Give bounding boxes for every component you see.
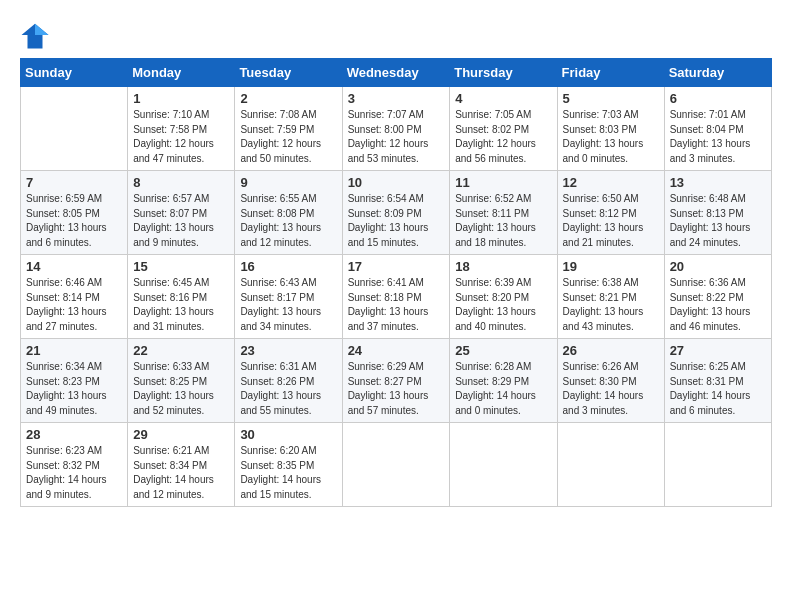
day-info: Sunrise: 6:25 AM Sunset: 8:31 PM Dayligh…: [670, 360, 766, 418]
col-header-tuesday: Tuesday: [235, 59, 342, 87]
day-cell: 27Sunrise: 6:25 AM Sunset: 8:31 PM Dayli…: [664, 339, 771, 423]
day-number: 10: [348, 175, 445, 190]
day-cell: 4Sunrise: 7:05 AM Sunset: 8:02 PM Daylig…: [450, 87, 557, 171]
day-info: Sunrise: 6:26 AM Sunset: 8:30 PM Dayligh…: [563, 360, 659, 418]
day-info: Sunrise: 6:36 AM Sunset: 8:22 PM Dayligh…: [670, 276, 766, 334]
day-info: Sunrise: 7:08 AM Sunset: 7:59 PM Dayligh…: [240, 108, 336, 166]
day-info: Sunrise: 7:10 AM Sunset: 7:58 PM Dayligh…: [133, 108, 229, 166]
day-info: Sunrise: 7:07 AM Sunset: 8:00 PM Dayligh…: [348, 108, 445, 166]
col-header-friday: Friday: [557, 59, 664, 87]
day-info: Sunrise: 6:21 AM Sunset: 8:34 PM Dayligh…: [133, 444, 229, 502]
day-info: Sunrise: 6:29 AM Sunset: 8:27 PM Dayligh…: [348, 360, 445, 418]
day-cell: 5Sunrise: 7:03 AM Sunset: 8:03 PM Daylig…: [557, 87, 664, 171]
day-number: 12: [563, 175, 659, 190]
day-info: Sunrise: 6:20 AM Sunset: 8:35 PM Dayligh…: [240, 444, 336, 502]
day-number: 16: [240, 259, 336, 274]
day-number: 23: [240, 343, 336, 358]
day-cell: 20Sunrise: 6:36 AM Sunset: 8:22 PM Dayli…: [664, 255, 771, 339]
day-cell: 10Sunrise: 6:54 AM Sunset: 8:09 PM Dayli…: [342, 171, 450, 255]
day-cell: [557, 423, 664, 507]
day-number: 3: [348, 91, 445, 106]
day-cell: 14Sunrise: 6:46 AM Sunset: 8:14 PM Dayli…: [21, 255, 128, 339]
week-row-5: 28Sunrise: 6:23 AM Sunset: 8:32 PM Dayli…: [21, 423, 772, 507]
day-info: Sunrise: 6:33 AM Sunset: 8:25 PM Dayligh…: [133, 360, 229, 418]
col-header-wednesday: Wednesday: [342, 59, 450, 87]
day-cell: 6Sunrise: 7:01 AM Sunset: 8:04 PM Daylig…: [664, 87, 771, 171]
day-cell: 28Sunrise: 6:23 AM Sunset: 8:32 PM Dayli…: [21, 423, 128, 507]
day-info: Sunrise: 6:43 AM Sunset: 8:17 PM Dayligh…: [240, 276, 336, 334]
header-row: SundayMondayTuesdayWednesdayThursdayFrid…: [21, 59, 772, 87]
week-row-3: 14Sunrise: 6:46 AM Sunset: 8:14 PM Dayli…: [21, 255, 772, 339]
day-number: 29: [133, 427, 229, 442]
day-number: 7: [26, 175, 122, 190]
day-info: Sunrise: 6:28 AM Sunset: 8:29 PM Dayligh…: [455, 360, 551, 418]
day-number: 4: [455, 91, 551, 106]
day-cell: [21, 87, 128, 171]
col-header-thursday: Thursday: [450, 59, 557, 87]
day-cell: [342, 423, 450, 507]
day-info: Sunrise: 6:52 AM Sunset: 8:11 PM Dayligh…: [455, 192, 551, 250]
day-cell: 17Sunrise: 6:41 AM Sunset: 8:18 PM Dayli…: [342, 255, 450, 339]
day-cell: 15Sunrise: 6:45 AM Sunset: 8:16 PM Dayli…: [128, 255, 235, 339]
day-info: Sunrise: 6:54 AM Sunset: 8:09 PM Dayligh…: [348, 192, 445, 250]
logo-icon: [20, 20, 50, 50]
day-number: 19: [563, 259, 659, 274]
day-info: Sunrise: 6:38 AM Sunset: 8:21 PM Dayligh…: [563, 276, 659, 334]
day-cell: 9Sunrise: 6:55 AM Sunset: 8:08 PM Daylig…: [235, 171, 342, 255]
day-number: 8: [133, 175, 229, 190]
day-number: 28: [26, 427, 122, 442]
day-info: Sunrise: 7:03 AM Sunset: 8:03 PM Dayligh…: [563, 108, 659, 166]
day-cell: 11Sunrise: 6:52 AM Sunset: 8:11 PM Dayli…: [450, 171, 557, 255]
day-info: Sunrise: 6:39 AM Sunset: 8:20 PM Dayligh…: [455, 276, 551, 334]
day-number: 25: [455, 343, 551, 358]
day-cell: 26Sunrise: 6:26 AM Sunset: 8:30 PM Dayli…: [557, 339, 664, 423]
day-cell: 16Sunrise: 6:43 AM Sunset: 8:17 PM Dayli…: [235, 255, 342, 339]
day-number: 24: [348, 343, 445, 358]
day-number: 11: [455, 175, 551, 190]
day-info: Sunrise: 6:41 AM Sunset: 8:18 PM Dayligh…: [348, 276, 445, 334]
day-info: Sunrise: 7:01 AM Sunset: 8:04 PM Dayligh…: [670, 108, 766, 166]
header: [20, 20, 772, 50]
day-cell: 30Sunrise: 6:20 AM Sunset: 8:35 PM Dayli…: [235, 423, 342, 507]
day-info: Sunrise: 6:50 AM Sunset: 8:12 PM Dayligh…: [563, 192, 659, 250]
day-info: Sunrise: 6:57 AM Sunset: 8:07 PM Dayligh…: [133, 192, 229, 250]
day-cell: [664, 423, 771, 507]
day-info: Sunrise: 7:05 AM Sunset: 8:02 PM Dayligh…: [455, 108, 551, 166]
day-cell: 7Sunrise: 6:59 AM Sunset: 8:05 PM Daylig…: [21, 171, 128, 255]
day-number: 21: [26, 343, 122, 358]
day-number: 18: [455, 259, 551, 274]
week-row-4: 21Sunrise: 6:34 AM Sunset: 8:23 PM Dayli…: [21, 339, 772, 423]
day-cell: 3Sunrise: 7:07 AM Sunset: 8:00 PM Daylig…: [342, 87, 450, 171]
day-number: 1: [133, 91, 229, 106]
week-row-1: 1Sunrise: 7:10 AM Sunset: 7:58 PM Daylig…: [21, 87, 772, 171]
day-number: 14: [26, 259, 122, 274]
day-info: Sunrise: 6:31 AM Sunset: 8:26 PM Dayligh…: [240, 360, 336, 418]
day-cell: 18Sunrise: 6:39 AM Sunset: 8:20 PM Dayli…: [450, 255, 557, 339]
day-number: 30: [240, 427, 336, 442]
day-cell: 13Sunrise: 6:48 AM Sunset: 8:13 PM Dayli…: [664, 171, 771, 255]
day-cell: 2Sunrise: 7:08 AM Sunset: 7:59 PM Daylig…: [235, 87, 342, 171]
day-cell: 8Sunrise: 6:57 AM Sunset: 8:07 PM Daylig…: [128, 171, 235, 255]
day-number: 9: [240, 175, 336, 190]
calendar: SundayMondayTuesdayWednesdayThursdayFrid…: [20, 58, 772, 507]
day-number: 13: [670, 175, 766, 190]
day-cell: 24Sunrise: 6:29 AM Sunset: 8:27 PM Dayli…: [342, 339, 450, 423]
logo: [20, 20, 54, 50]
day-info: Sunrise: 6:34 AM Sunset: 8:23 PM Dayligh…: [26, 360, 122, 418]
day-cell: 22Sunrise: 6:33 AM Sunset: 8:25 PM Dayli…: [128, 339, 235, 423]
day-info: Sunrise: 6:46 AM Sunset: 8:14 PM Dayligh…: [26, 276, 122, 334]
day-cell: [450, 423, 557, 507]
day-cell: 12Sunrise: 6:50 AM Sunset: 8:12 PM Dayli…: [557, 171, 664, 255]
day-info: Sunrise: 6:45 AM Sunset: 8:16 PM Dayligh…: [133, 276, 229, 334]
day-cell: 21Sunrise: 6:34 AM Sunset: 8:23 PM Dayli…: [21, 339, 128, 423]
day-info: Sunrise: 6:55 AM Sunset: 8:08 PM Dayligh…: [240, 192, 336, 250]
day-cell: 29Sunrise: 6:21 AM Sunset: 8:34 PM Dayli…: [128, 423, 235, 507]
day-number: 26: [563, 343, 659, 358]
col-header-saturday: Saturday: [664, 59, 771, 87]
day-info: Sunrise: 6:59 AM Sunset: 8:05 PM Dayligh…: [26, 192, 122, 250]
col-header-monday: Monday: [128, 59, 235, 87]
day-number: 27: [670, 343, 766, 358]
day-cell: 19Sunrise: 6:38 AM Sunset: 8:21 PM Dayli…: [557, 255, 664, 339]
day-info: Sunrise: 6:23 AM Sunset: 8:32 PM Dayligh…: [26, 444, 122, 502]
day-number: 6: [670, 91, 766, 106]
